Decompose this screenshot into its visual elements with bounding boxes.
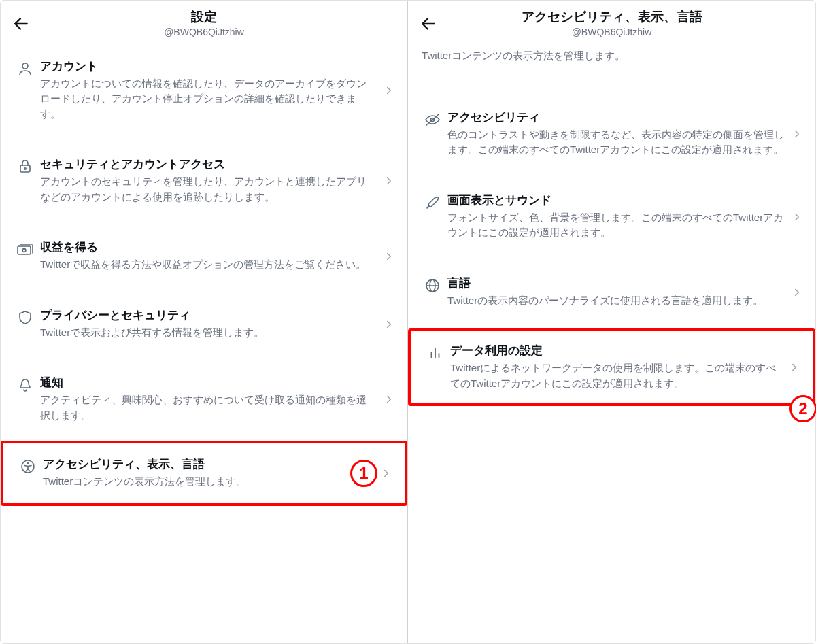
- header-titles: アクセシビリティ、表示、言語 @BWQB6QiJtzhiw: [442, 10, 781, 38]
- chevron-right-icon: [380, 175, 398, 187]
- item-desc: Twitterの表示内容のパーソナライズに使用される言語を適用します。: [447, 293, 784, 309]
- item-privacy[interactable]: プライバシーとセキュリティ Twitterで表示および共有する情報を管理します。: [1, 290, 407, 358]
- item-body: アカウント アカウントについての情報を確認したり、データのアーカイブをダウンロー…: [40, 59, 380, 122]
- panel-header: アクセシビリティ、表示、言語 @BWQB6QiJtzhiw: [408, 1, 815, 41]
- chevron-right-icon: [377, 467, 395, 479]
- chevron-right-icon: [788, 211, 806, 223]
- item-desc: アクティビティ、興味関心、おすすめについて受け取る通知の種類を選択します。: [40, 392, 376, 423]
- item-desc: フォントサイズ、色、背景を管理します。この端末のすべてのTwitterアカウント…: [447, 210, 784, 241]
- annotation-badge-2: 2: [789, 395, 816, 422]
- chevron-right-icon: [788, 286, 806, 299]
- item-display-sound[interactable]: 画面表示とサウンド フォントサイズ、色、背景を管理します。この端末のすべてのTw…: [408, 175, 815, 258]
- panel-header: 設定 @BWQB6QiJtzhiw: [1, 1, 407, 41]
- page-title: 設定: [35, 10, 373, 25]
- person-icon: [10, 59, 40, 77]
- item-desc: アカウントのセキュリティを管理したり、アカウントと連携したアプリなどのアカウント…: [40, 174, 376, 205]
- settings-list: アカウント アカウントについての情報を確認したり、データのアーカイブをダウンロー…: [1, 41, 407, 506]
- item-body: セキュリティとアカウントアクセス アカウントのセキュリティを管理したり、アカウン…: [40, 157, 380, 205]
- item-desc: 色のコントラストや動きを制限するなど、表示内容の特定の側面を管理します。この端末…: [447, 127, 784, 158]
- item-title: 通知: [40, 375, 376, 391]
- svg-point-1: [22, 63, 28, 69]
- item-title: 収益を得る: [40, 240, 376, 256]
- back-button[interactable]: [415, 10, 442, 37]
- header-titles: 設定 @BWQB6QiJtzhiw: [35, 10, 373, 38]
- chevron-right-icon: [785, 361, 803, 373]
- back-button[interactable]: [7, 10, 35, 37]
- annotation-badge-1: 1: [350, 460, 377, 487]
- eye-off-icon: [418, 110, 447, 128]
- item-desc: Twitterで収益を得る方法や収益オプションの管理方法をご覧ください。: [40, 257, 376, 273]
- bell-icon: [10, 375, 40, 393]
- item-account[interactable]: アカウント アカウントについての情報を確認したり、データのアーカイブをダウンロー…: [1, 41, 407, 139]
- svg-point-5: [22, 249, 26, 252]
- item-title: アクセシビリティ: [447, 110, 784, 126]
- shield-icon: [10, 308, 40, 326]
- account-handle: @BWQB6QiJtzhiw: [442, 27, 781, 38]
- item-body: データ利用の設定 Twitterによるネットワークデータの使用を制限します。この…: [450, 343, 785, 391]
- item-body: 画面表示とサウンド フォントサイズ、色、背景を管理します。この端末のすべてのTw…: [447, 193, 788, 241]
- item-title: アクセシビリティ、表示、言語: [43, 457, 373, 473]
- money-icon: [10, 240, 40, 258]
- item-monetization[interactable]: 収益を得る Twitterで収益を得る方法や収益オプションの管理方法をご覧くださ…: [1, 222, 407, 290]
- item-title: 画面表示とサウンド: [447, 193, 784, 209]
- settings-panel: 設定 @BWQB6QiJtzhiw アカウント アカウントについての情報を確認し…: [1, 1, 408, 643]
- item-title: アカウント: [40, 59, 376, 75]
- item-body: アクセシビリティ 色のコントラストや動きを制限するなど、表示内容の特定の側面を管…: [447, 110, 788, 158]
- item-accessibility[interactable]: アクセシビリティ 色のコントラストや動きを制限するなど、表示内容の特定の側面を管…: [408, 92, 815, 175]
- chevron-right-icon: [380, 393, 398, 405]
- chevron-right-icon: [788, 128, 806, 140]
- item-security-access[interactable]: セキュリティとアカウントアクセス アカウントのセキュリティを管理したり、アカウン…: [1, 139, 407, 222]
- item-body: 収益を得る Twitterで収益を得る方法や収益オプションの管理方法をご覧くださ…: [40, 240, 380, 272]
- item-data-usage[interactable]: データ利用の設定 Twitterによるネットワークデータの使用を制限します。この…: [411, 331, 813, 403]
- item-body: アクセシビリティ、表示、言語 Twitterコンテンツの表示方法を管理します。: [43, 457, 377, 489]
- two-panel-comparison: 設定 @BWQB6QiJtzhiw アカウント アカウントについての情報を確認し…: [0, 0, 816, 644]
- chevron-right-icon: [380, 84, 398, 97]
- accessibility-icon: [13, 457, 43, 475]
- item-desc: Twitterで表示および共有する情報を管理します。: [40, 325, 376, 341]
- account-handle: @BWQB6QiJtzhiw: [35, 27, 373, 38]
- page-description: Twitterコンテンツの表示方法を管理します。: [408, 41, 815, 65]
- item-title: データ利用の設定: [450, 343, 781, 359]
- item-language[interactable]: 言語 Twitterの表示内容のパーソナライズに使用される言語を適用します。: [408, 258, 815, 326]
- svg-point-7: [27, 462, 29, 464]
- annotation-highlight-2: データ利用の設定 Twitterによるネットワークデータの使用を制限します。この…: [408, 328, 815, 406]
- item-title: 言語: [447, 276, 784, 292]
- item-body: 通知 アクティビティ、興味関心、おすすめについて受け取る通知の種類を選択します。: [40, 375, 380, 423]
- item-notifications[interactable]: 通知 アクティビティ、興味関心、おすすめについて受け取る通知の種類を選択します。: [1, 358, 407, 441]
- chevron-right-icon: [380, 250, 398, 262]
- bar-chart-icon: [420, 343, 450, 360]
- page-title: アクセシビリティ、表示、言語: [442, 10, 781, 25]
- item-title: セキュリティとアカウントアクセス: [40, 157, 376, 173]
- annotation-highlight-1: アクセシビリティ、表示、言語 Twitterコンテンツの表示方法を管理します。 …: [1, 441, 407, 505]
- svg-point-3: [24, 168, 26, 169]
- item-title: プライバシーとセキュリティ: [40, 308, 376, 324]
- chevron-right-icon: [380, 318, 398, 331]
- svg-rect-4: [18, 246, 31, 254]
- svg-rect-2: [20, 165, 30, 172]
- item-accessibility-display-language[interactable]: アクセシビリティ、表示、言語 Twitterコンテンツの表示方法を管理します。 …: [3, 443, 405, 503]
- item-body: プライバシーとセキュリティ Twitterで表示および共有する情報を管理します。: [40, 308, 380, 340]
- globe-icon: [418, 276, 447, 294]
- paintbrush-icon: [418, 193, 447, 211]
- lock-icon: [10, 157, 40, 175]
- arrow-left-icon: [420, 15, 437, 33]
- item-desc: Twitterコンテンツの表示方法を管理します。: [43, 474, 373, 490]
- arrow-left-icon: [12, 15, 30, 33]
- item-desc: Twitterによるネットワークデータの使用を制限します。この端末のすべてのTw…: [450, 360, 781, 391]
- accessibility-panel: アクセシビリティ、表示、言語 @BWQB6QiJtzhiw Twitterコンテ…: [408, 1, 815, 643]
- item-body: 言語 Twitterの表示内容のパーソナライズに使用される言語を適用します。: [447, 276, 788, 308]
- accessibility-list: アクセシビリティ 色のコントラストや動きを制限するなど、表示内容の特定の側面を管…: [408, 92, 815, 406]
- item-desc: アカウントについての情報を確認したり、データのアーカイブをダウンロードしたり、ア…: [40, 76, 376, 122]
